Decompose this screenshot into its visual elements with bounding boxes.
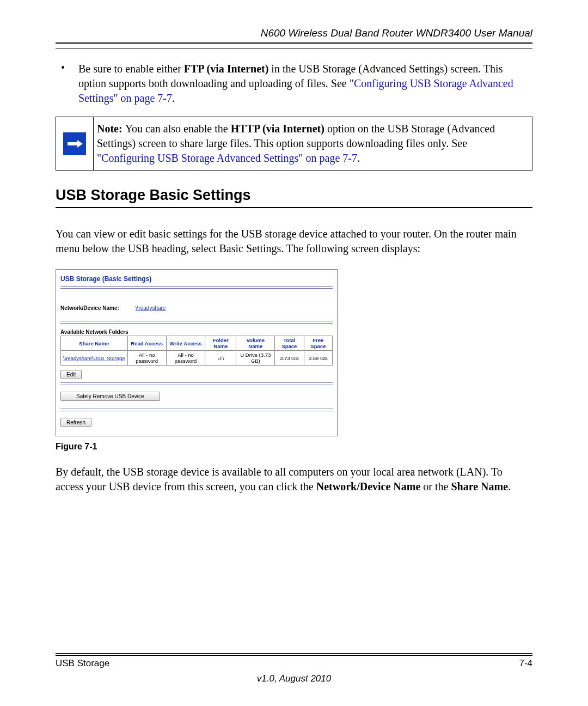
- cell-total: 3.73 GB: [275, 351, 304, 366]
- th-free: Free Space: [304, 336, 332, 351]
- th-read: Read Access: [127, 336, 166, 351]
- cell-write: All - no password: [166, 351, 205, 366]
- text-bold: Network/Device Name: [316, 480, 421, 492]
- cell-folder: U:\: [205, 351, 236, 366]
- th-write: Write Access: [166, 336, 205, 351]
- table-header-row: Share Name Read Access Write Access Fold…: [61, 336, 333, 351]
- note-box: Note: You can also enable the HTTP (via …: [56, 117, 532, 171]
- divider: [60, 382, 333, 383]
- intro-paragraph: You can view or edit basic settings for …: [56, 227, 532, 256]
- header-rule-thin: [56, 48, 532, 48]
- divider: [60, 385, 333, 385]
- divider: [60, 323, 333, 324]
- page-header: N600 Wireless Dual Band Router WNDR3400 …: [56, 27, 532, 42]
- table-row: \\readyshare\USB_Storage All - no passwo…: [61, 351, 333, 366]
- svg-marker-1: [77, 140, 83, 148]
- th-share: Share Name: [61, 336, 128, 351]
- text-bold: HTTP (via Internet): [231, 123, 324, 135]
- folders-subheading: Available Network Folders: [60, 328, 333, 336]
- divider: [60, 288, 333, 289]
- text: .: [357, 152, 360, 164]
- divider: [60, 321, 333, 321]
- footer-rule-thin: [56, 653, 532, 654]
- note-icon-cell: [56, 117, 94, 171]
- refresh-button[interactable]: Refresh: [60, 418, 91, 427]
- text: or the: [420, 480, 451, 492]
- th-total: Total Space: [275, 336, 304, 351]
- divider: [60, 286, 333, 287]
- text: You can also enable the: [125, 123, 231, 135]
- text: Be sure to enable either: [78, 63, 184, 75]
- screenshot-title: USB Storage (Basic Settings): [60, 275, 333, 285]
- edit-button[interactable]: Edit: [60, 370, 82, 379]
- bullet-item: • Be sure to enable either FTP (via Inte…: [56, 62, 532, 106]
- cell-free: 3.59 GB: [304, 351, 332, 366]
- folders-table: Share Name Read Access Write Access Fold…: [60, 336, 333, 366]
- bullet-marker: •: [56, 62, 78, 106]
- cell-volume: U Drive (3.73 GB): [236, 351, 275, 366]
- field-label: Network/Device Name:: [60, 305, 119, 311]
- arrow-right-icon: [63, 132, 86, 155]
- cross-ref-link[interactable]: "Configuring USB Storage Advanced Settin…: [97, 152, 357, 164]
- network-device-name-link[interactable]: \\readyshare: [136, 305, 166, 311]
- section-rule: [56, 207, 532, 208]
- page-number: 7-4: [519, 658, 532, 669]
- version-line: v1.0, August 2010: [56, 669, 532, 684]
- text-bold: Share Name: [451, 480, 508, 492]
- text: .: [508, 480, 511, 492]
- th-volume: Volume Name: [236, 336, 275, 351]
- paragraph: By default, the USB storage device is av…: [56, 465, 532, 494]
- safely-remove-button[interactable]: Safely Remove USB Device: [60, 392, 160, 401]
- embedded-screenshot: USB Storage (Basic Settings) Network/Dev…: [56, 269, 338, 436]
- footer-chapter: USB Storage: [56, 658, 109, 669]
- network-device-row: Network/Device Name: \\readyshare: [60, 301, 333, 320]
- header-rule-thick: [56, 42, 532, 44]
- share-name-link[interactable]: \\readyshare\USB_Storage: [61, 351, 128, 366]
- cell-read: All - no password: [127, 351, 166, 366]
- note-lead: Note:: [97, 123, 125, 135]
- th-folder: Folder Name: [205, 336, 236, 351]
- text-bold: FTP (via Internet): [184, 63, 269, 75]
- divider: [60, 411, 333, 411]
- section-heading: USB Storage Basic Settings: [56, 187, 532, 204]
- svg-rect-0: [68, 142, 77, 145]
- divider: [60, 409, 333, 409]
- page-footer: USB Storage 7-4 v1.0, August 2010: [56, 653, 532, 684]
- bullet-text: Be sure to enable either FTP (via Intern…: [78, 62, 532, 106]
- note-text: Note: You can also enable the HTTP (via …: [94, 117, 532, 171]
- figure-label: Figure 7-1: [56, 442, 532, 452]
- text: .: [172, 92, 175, 104]
